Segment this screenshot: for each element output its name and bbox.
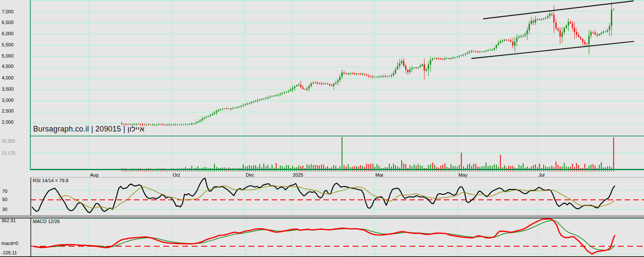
macd-layer <box>34 219 615 254</box>
date-axis-label: Jul <box>539 172 545 177</box>
rsi-axis-label: 30 <box>2 207 7 212</box>
volume-axis-label: 13,175 <box>1 150 15 156</box>
rsi-layer <box>32 178 615 213</box>
price-axis-label: 3,500 <box>2 86 14 92</box>
macd-axis-zero-label: macd=0 <box>1 241 18 246</box>
date-axis-label: 2025 <box>293 172 303 177</box>
date-axis-label: Mar <box>375 172 384 177</box>
rsi-axis-label: 70 <box>2 189 7 194</box>
price-axis-label: 5,500 <box>2 42 14 47</box>
candles-layer <box>121 2 614 126</box>
price-axis-label: 4,500 <box>2 64 14 69</box>
rsi-axis-label: 50 <box>2 197 7 202</box>
macd-axis-min-label: -105.11 <box>1 250 17 255</box>
price-axis-label: 2,500 <box>2 108 14 113</box>
date-ticks-layer <box>121 171 614 172</box>
macd-axis-max-label: 362.91 <box>1 218 16 223</box>
price-axis-label: 6,500 <box>2 20 14 25</box>
watermark-text: Bursagraph.co.il | 209015 | איילון <box>33 125 145 134</box>
price-axis-label: 7,000 <box>2 9 14 14</box>
price-axis-label: 2,000 <box>2 119 14 125</box>
stock-chart-screen: 7,000 6,500 6,000 5,500 5,000 4,500 4,00… <box>0 0 644 257</box>
date-axis-label: Aug <box>90 172 99 177</box>
macd-panel-title: MACD 12/26 <box>33 219 60 224</box>
rsi-panel-title: RSI 14/14 = 79.8 <box>33 178 68 183</box>
price-axis-label: 5,000 <box>2 53 14 58</box>
date-axis-label: May <box>458 172 468 177</box>
price-axis-label: 3,000 <box>2 98 14 103</box>
price-axis-label: 6,000 <box>2 31 14 36</box>
date-axis-label: Oct <box>173 172 180 177</box>
date-axis-label: Dec <box>246 172 254 177</box>
volume-axis-label: 26,350 <box>1 138 15 144</box>
price-axis-label: 4,000 <box>2 75 14 80</box>
